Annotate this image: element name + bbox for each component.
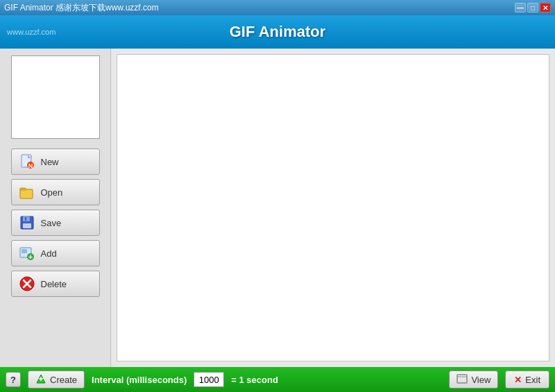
exit-button[interactable]: ✕ Exit bbox=[505, 370, 549, 389]
title-bar-left: GIF Animator 感谢东坡下载www.uzzf.com bbox=[4, 2, 159, 14]
delete-icon bbox=[19, 275, 35, 292]
interval-label: Interval (milliseconds) bbox=[92, 375, 187, 385]
close-button[interactable]: ✕ bbox=[540, 3, 551, 12]
save-label: Save bbox=[41, 218, 62, 228]
title-bar: GIF Animator 感谢东坡下载www.uzzf.com — □ ✕ bbox=[0, 0, 555, 15]
save-icon bbox=[19, 214, 35, 231]
svg-text:+: + bbox=[28, 253, 32, 261]
thumbnail-preview bbox=[11, 56, 100, 139]
svg-rect-10 bbox=[25, 217, 26, 221]
new-icon: N bbox=[19, 153, 35, 170]
header-bar: www.uzzf.com GIF Animator bbox=[0, 15, 555, 49]
delete-button[interactable]: Delete bbox=[11, 271, 100, 297]
help-label: ? bbox=[10, 375, 16, 385]
open-label: Open bbox=[41, 187, 63, 198]
new-label: New bbox=[41, 157, 59, 167]
delete-label: Delete bbox=[41, 279, 67, 289]
svg-rect-9 bbox=[23, 223, 31, 228]
view-icon bbox=[456, 373, 468, 386]
help-button[interactable]: ? bbox=[6, 372, 21, 387]
create-label: Create bbox=[50, 375, 77, 385]
add-button[interactable]: + Add bbox=[11, 240, 100, 266]
view-label: View bbox=[471, 375, 490, 385]
new-button[interactable]: N New bbox=[11, 148, 100, 175]
open-button[interactable]: Open bbox=[11, 179, 100, 205]
main-area: N New Open bbox=[0, 49, 555, 367]
view-button[interactable]: View bbox=[449, 370, 498, 389]
create-button[interactable]: Create bbox=[28, 370, 85, 389]
watermark-text: www.uzzf.com bbox=[7, 28, 56, 36]
content-area bbox=[117, 54, 549, 361]
second-label: = 1 second bbox=[231, 375, 278, 385]
title-bar-controls: — □ ✕ bbox=[515, 3, 551, 12]
sidebar: N New Open bbox=[0, 49, 111, 367]
svg-rect-12 bbox=[22, 249, 27, 253]
bottom-bar: ? Create Interval (milliseconds) = 1 sec… bbox=[0, 367, 555, 392]
app-title: GIF Animator bbox=[230, 23, 326, 41]
minimize-button[interactable]: — bbox=[515, 3, 526, 12]
interval-input[interactable] bbox=[194, 372, 224, 387]
svg-rect-21 bbox=[457, 375, 467, 383]
title-bar-text: GIF Animator 感谢东坡下载www.uzzf.com bbox=[4, 2, 159, 14]
exit-label: Exit bbox=[525, 375, 540, 385]
svg-rect-6 bbox=[20, 189, 33, 198]
add-label: Add bbox=[41, 248, 57, 259]
add-icon: + bbox=[19, 245, 35, 262]
exit-icon: ✕ bbox=[514, 375, 522, 385]
maximize-button[interactable]: □ bbox=[527, 3, 538, 12]
save-button[interactable]: Save bbox=[11, 210, 100, 236]
svg-text:N: N bbox=[28, 162, 33, 169]
open-icon bbox=[19, 184, 35, 201]
create-icon bbox=[35, 373, 46, 386]
